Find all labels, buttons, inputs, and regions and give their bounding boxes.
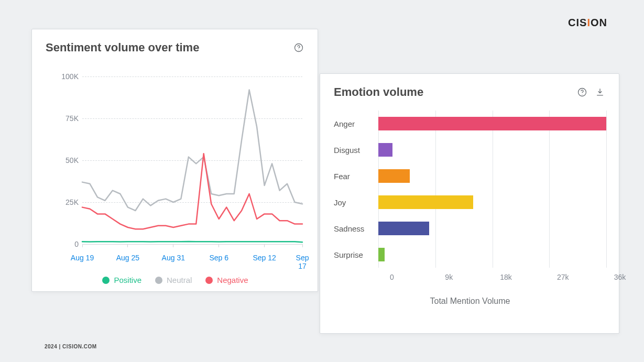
legend-dot: [205, 277, 213, 284]
bar-label: Anger: [334, 119, 378, 128]
bar-fill: [378, 248, 385, 261]
legend-label: Neutral: [167, 276, 192, 284]
bar-row[interactable]: Joy: [334, 189, 606, 215]
bar-fill: [378, 143, 392, 157]
page-footer: 2024 | CISION.COM: [45, 344, 97, 349]
sentiment-card: Sentiment volume over time 025K50K75K100…: [31, 29, 318, 292]
x-tick-label: 0: [390, 273, 394, 281]
bar-label: Fear: [334, 172, 378, 181]
x-tick-label: 9k: [445, 273, 453, 281]
help-icon[interactable]: [577, 87, 587, 97]
svg-point-3: [582, 94, 583, 95]
x-tick-label: 18k: [500, 273, 512, 281]
legend-item-neutral[interactable]: Neutral: [155, 276, 192, 284]
bar-label: Sadness: [334, 224, 378, 233]
sentiment-card-header: Sentiment volume over time: [32, 29, 318, 60]
bar-row[interactable]: Sadness: [334, 215, 606, 242]
emotion-card-header: Emotion volume: [320, 74, 619, 104]
sentiment-title: Sentiment volume over time: [46, 41, 199, 54]
sentiment-legend: PositiveNeutralNegative: [46, 276, 305, 284]
help-icon[interactable]: [293, 42, 304, 53]
bar-row[interactable]: Disgust: [334, 137, 606, 163]
bar-label: Joy: [334, 198, 378, 207]
bar-fill: [378, 169, 410, 183]
legend-item-negative[interactable]: Negative: [205, 276, 248, 284]
legend-dot: [102, 277, 110, 284]
x-tick-label: 36k: [614, 273, 626, 281]
brand-logo: CISION: [568, 17, 607, 29]
legend-label: Positive: [114, 276, 141, 284]
bar-row[interactable]: Fear: [334, 163, 606, 189]
download-icon[interactable]: [595, 87, 605, 97]
bar-fill: [378, 222, 429, 235]
legend-dot: [155, 277, 162, 284]
bar-row[interactable]: Anger: [334, 111, 606, 137]
bar-axis-title: Total Mention Volume: [334, 297, 606, 306]
bar-fill: [378, 117, 606, 130]
x-tick-label: 27k: [557, 273, 569, 281]
svg-point-1: [299, 50, 299, 50]
legend-label: Negative: [217, 276, 248, 284]
bar-row[interactable]: Surprise: [334, 242, 606, 268]
brand-text-3: ON: [591, 17, 607, 28]
legend-item-positive[interactable]: Positive: [102, 276, 141, 284]
emotion-title: Emotion volume: [334, 85, 423, 99]
brand-text-1: CIS: [568, 17, 587, 28]
bar-label: Disgust: [334, 146, 378, 155]
bar-fill: [378, 195, 473, 209]
emotion-card: Emotion volume AngerDisgustFearJoySadnes…: [320, 73, 619, 334]
emotion-bar-chart[interactable]: AngerDisgustFearJoySadnessSurprise09k18k…: [334, 111, 606, 304]
sentiment-line-chart[interactable]: 025K50K75K100KAug 19Aug 25Aug 31Sep 6Sep…: [46, 76, 305, 276]
bar-label: Surprise: [334, 250, 378, 259]
